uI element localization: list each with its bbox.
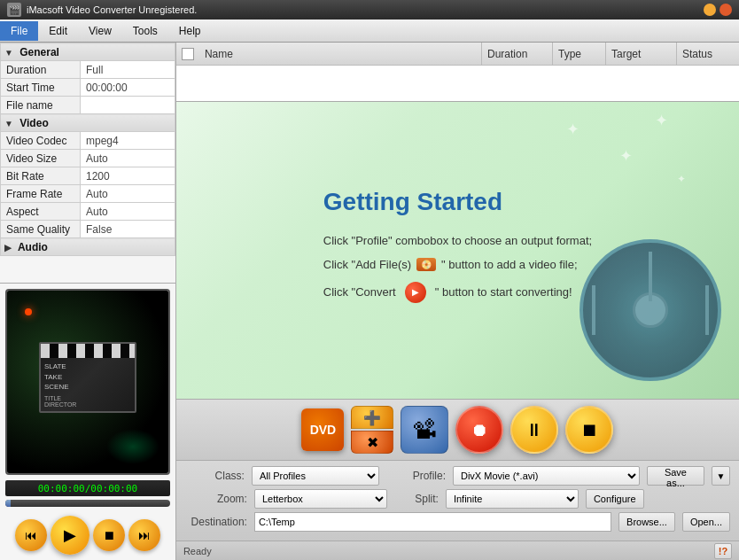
zoom-split-row: Zoom: Letterbox Pan & Scan Full Screen S… [185, 489, 730, 509]
prop-val-duration[interactable]: Full [81, 61, 175, 79]
col-check [176, 48, 199, 60]
browse-button[interactable]: Browse... [618, 512, 675, 532]
status-bar: Ready !? [176, 541, 739, 560]
playback-controls: ⏮ ▶ ⏹ ⏭ [0, 510, 175, 560]
menu-tools[interactable]: Tools [122, 21, 168, 41]
prop-key-framerate: Frame Rate [1, 185, 81, 203]
left-panel: ▼ General Duration Full Start Time 00:00… [0, 43, 176, 560]
progress-bar[interactable] [5, 500, 170, 507]
prop-val-starttime[interactable]: 00:00:00 [81, 79, 175, 97]
gs-step2: Click "Add File(s) 📀 " button to add a v… [323, 258, 592, 271]
stop-convert-button[interactable]: ⏹ [565, 406, 613, 454]
prop-key-bitrate: Bit Rate [1, 167, 81, 185]
time-bar: 00:00:00/00:00:00 [5, 480, 170, 496]
right-panel: Name Duration Type Target Status ✦ ✦ ✦ ✦… [176, 43, 739, 560]
add-files-icon: 📀 [416, 258, 436, 271]
prop-row-bitrate: Bit Rate 1200 [1, 167, 175, 185]
prop-key-aspect: Aspect [1, 203, 81, 221]
audio-toggle[interactable]: ▶ [4, 243, 12, 253]
col-target-header: Target [606, 43, 677, 66]
play-button[interactable]: ▶ [51, 516, 89, 555]
reel-spoke-1 [649, 252, 652, 301]
help-button[interactable]: !? [714, 543, 732, 559]
clap-body: SLATETAKESCENE TITLEDIRECTOR [39, 342, 136, 413]
general-label: General [19, 46, 59, 58]
general-toggle[interactable]: ▼ [4, 48, 13, 58]
menu-help[interactable]: Help [168, 21, 212, 41]
gs-step1-text: Click "Profile" combobox to choose an ou… [323, 234, 592, 247]
prop-val-framerate[interactable]: Auto [81, 185, 175, 203]
section-video[interactable]: ▼ Video [1, 114, 175, 132]
prop-key-videosize: Video Size [1, 150, 81, 167]
zoom-select[interactable]: Letterbox Pan & Scan Full Screen [254, 489, 387, 509]
convert-icon: ▶ [405, 282, 426, 303]
convert-button[interactable]: ⏺ [455, 406, 503, 454]
sparkle-2: ✦ [619, 146, 633, 166]
app-icon: 🎬 [7, 3, 21, 17]
forward-button[interactable]: ⏭ [128, 519, 160, 551]
clap-stripes [41, 344, 135, 358]
prop-val-filename[interactable] [81, 97, 175, 114]
profile-select-button[interactable]: 📽 [401, 406, 448, 454]
time-display: 00:00:00/00:00:00 [38, 483, 138, 494]
profile-label: Profile: [386, 470, 446, 482]
prop-val-videocodec[interactable]: mpeg4 [81, 132, 175, 150]
class-profile-row: Class: All Profiles Video Audio Device P… [185, 466, 730, 486]
add-files-button[interactable]: ➕ [351, 406, 393, 429]
video-label: Video [19, 117, 48, 129]
title-bar: 🎬 iMacsoft Video Converter Unregistered. [0, 0, 739, 19]
prop-key-videocodec: Video Codec [1, 132, 81, 150]
properties-area: ▼ General Duration Full Start Time 00:00… [0, 43, 175, 284]
menu-file[interactable]: File [0, 21, 38, 41]
prop-val-videosize[interactable]: Auto [81, 150, 175, 167]
gs-step3-text2: " button to start converting! [435, 285, 572, 299]
section-audio[interactable]: ▶ Audio [1, 238, 175, 256]
menu-view[interactable]: View [78, 21, 122, 41]
bottom-controls: Class: All Profiles Video Audio Device P… [176, 461, 739, 541]
prop-row-duration: Duration Full [1, 61, 175, 79]
prop-val-samequality[interactable]: False [81, 221, 175, 238]
close-button[interactable] [720, 4, 732, 16]
pause-button[interactable]: ⏸ [510, 406, 558, 454]
stop-button[interactable]: ⏹ [93, 519, 125, 551]
rewind-button[interactable]: ⏮ [15, 519, 47, 551]
gs-content: Getting Started Click "Profile" combobox… [288, 170, 627, 331]
section-general[interactable]: ▼ General [1, 43, 175, 61]
gs-title: Getting Started [323, 188, 592, 216]
prop-val-aspect[interactable]: Auto [81, 203, 175, 221]
main-content: ▼ General Duration Full Start Time 00:00… [0, 43, 739, 560]
status-text: Ready [183, 546, 714, 556]
configure-button[interactable]: Configure [586, 489, 644, 509]
menu-edit[interactable]: Edit [38, 21, 78, 41]
profile-select[interactable]: DivX Movie (*.avi) MP4 Video AVI Video [453, 466, 640, 486]
destination-input[interactable] [254, 512, 611, 532]
add-dvd-button[interactable]: DVD [301, 408, 344, 451]
split-label: Split: [394, 493, 439, 505]
prop-row-aspect: Aspect Auto [1, 203, 175, 221]
class-label: Class: [185, 470, 245, 482]
col-duration-header: Duration [482, 43, 553, 66]
sparkle-1: ✦ [566, 120, 580, 139]
remove-files-button[interactable]: ✖ [351, 431, 393, 454]
minimize-button[interactable] [704, 4, 716, 16]
split-select[interactable]: Infinite By Size By Time [446, 489, 579, 509]
gs-step2-text2: " button to add a video file; [441, 258, 578, 271]
destination-label: Destination: [185, 516, 247, 528]
destination-row: Destination: Browse... Open... [185, 512, 730, 532]
prop-row-samequality: Same Quality False [1, 221, 175, 238]
col-name-header: Name [199, 43, 482, 66]
prop-row-videosize: Video Size Auto [1, 150, 175, 167]
prop-val-bitrate[interactable]: 1200 [81, 167, 175, 185]
header-checkbox[interactable] [182, 48, 194, 60]
col-type-header: Type [553, 43, 606, 66]
open-button[interactable]: Open... [682, 512, 730, 532]
save-as-dropdown[interactable]: ▼ [712, 466, 730, 486]
class-select[interactable]: All Profiles Video Audio Device [252, 466, 379, 486]
save-as-button[interactable]: Save as... [647, 466, 704, 486]
video-toggle[interactable]: ▼ [4, 119, 13, 128]
gs-step2-text1: Click "Add File(s) [323, 258, 411, 271]
prop-key-samequality: Same Quality [1, 221, 81, 238]
file-list-body [176, 66, 739, 101]
audio-label: Audio [18, 241, 48, 253]
gs-step3: Click "Convert ▶ " button to start conve… [323, 282, 592, 303]
